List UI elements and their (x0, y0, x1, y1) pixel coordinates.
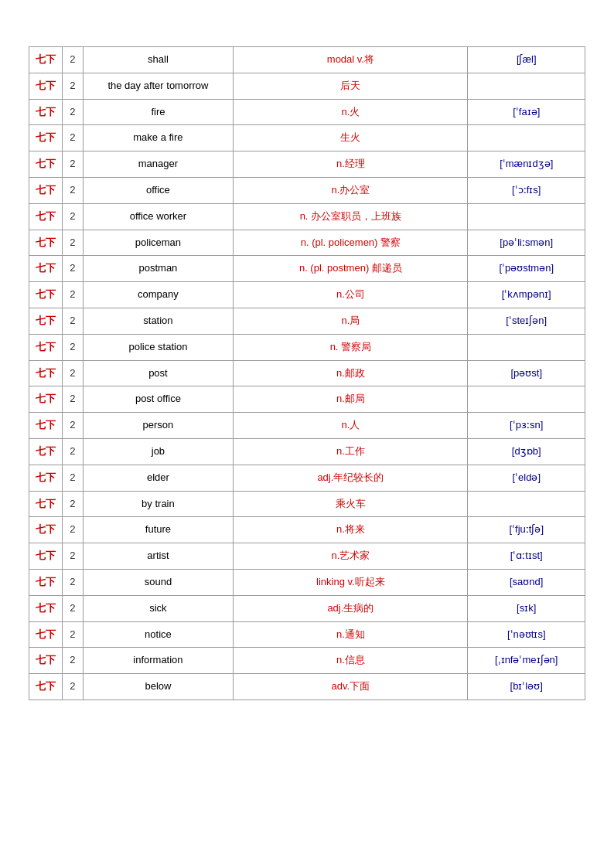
table-row: 七下2post officen.邮局 (29, 386, 585, 413)
table-row: 七下2companyn.公司[ˈkʌmpənɪ] (29, 282, 585, 308)
pronunciation-cell: [ˈpɜːsn] (468, 413, 585, 439)
table-row: 七下2shallmodal v.将[ʃæl] (29, 47, 585, 73)
table-row: 七下2postn.邮政[pəʊst] (29, 360, 585, 386)
table-row: 七下2managern.经理[ˈmænɪdʒə] (29, 151, 585, 178)
table-row: 七下2informationn.信息[ˌɪnfəˈmeɪʃən] (29, 648, 585, 674)
number-cell: 2 (63, 282, 83, 308)
definition-cell: n.通知 (234, 621, 468, 648)
grade-cell: 七下 (29, 47, 63, 73)
definition-cell: n.办公室 (234, 177, 468, 203)
pronunciation-cell: [sɪk] (468, 595, 585, 621)
word-cell: future (83, 517, 234, 543)
definition-cell: 乘火车 (234, 491, 468, 517)
table-row: 七下2artistn.艺术家[ˈɑːtɪst] (29, 543, 585, 570)
table-row: 七下2futuren.将来[ˈfjuːtʃə] (29, 517, 585, 543)
pronunciation-cell: [saʊnd] (468, 569, 585, 595)
definition-cell: n. 警察局 (234, 334, 468, 360)
grade-cell: 七下 (29, 151, 63, 178)
grade-cell: 七下 (29, 386, 63, 413)
grade-cell: 七下 (29, 334, 63, 360)
pronunciation-cell: [ˈpəʊstmən] (468, 256, 585, 282)
definition-cell: n. (pl. postmen) 邮递员 (234, 256, 468, 282)
table-row: 七下2noticen.通知[ˈnəʊtɪs] (29, 621, 585, 648)
word-cell: office (83, 177, 234, 203)
definition-cell: n.人 (234, 413, 468, 439)
word-cell: police station (83, 334, 234, 360)
number-cell: 2 (63, 203, 83, 230)
number-cell: 2 (63, 413, 83, 439)
grade-cell: 七下 (29, 674, 63, 700)
number-cell: 2 (63, 47, 83, 73)
pronunciation-cell: [pəˈliːsmən] (468, 230, 585, 256)
table-row: 七下2the day after tomorrow后天 (29, 73, 585, 99)
pronunciation-cell (468, 334, 585, 360)
word-cell: manager (83, 151, 234, 178)
number-cell: 2 (63, 491, 83, 517)
grade-cell: 七下 (29, 413, 63, 439)
definition-cell: n.火 (234, 99, 468, 125)
pronunciation-cell (468, 491, 585, 517)
number-cell: 2 (63, 674, 83, 700)
definition-cell: n.公司 (234, 282, 468, 308)
grade-cell: 七下 (29, 177, 63, 203)
number-cell: 2 (63, 99, 83, 125)
pronunciation-cell (468, 125, 585, 151)
number-cell: 2 (63, 125, 83, 151)
definition-cell: adj.年纪较长的 (234, 465, 468, 491)
grade-cell: 七下 (29, 465, 63, 491)
definition-cell: n.工作 (234, 438, 468, 465)
number-cell: 2 (63, 517, 83, 543)
grade-cell: 七下 (29, 203, 63, 230)
word-cell: information (83, 648, 234, 674)
number-cell: 2 (63, 465, 83, 491)
definition-cell: n.经理 (234, 151, 468, 178)
definition-cell: n.邮政 (234, 360, 468, 386)
word-cell: sick (83, 595, 234, 621)
grade-cell: 七下 (29, 543, 63, 570)
vocabulary-table: 七下2shallmodal v.将[ʃæl]七下2the day after t… (29, 46, 585, 700)
pronunciation-cell: [ˈeldə] (468, 465, 585, 491)
word-cell: notice (83, 621, 234, 648)
pronunciation-cell: [pəʊst] (468, 360, 585, 386)
word-cell: office worker (83, 203, 234, 230)
grade-cell: 七下 (29, 125, 63, 151)
definition-cell: n. (pl. policemen) 警察 (234, 230, 468, 256)
table-row: 七下2postmann. (pl. postmen) 邮递员[ˈpəʊstmən… (29, 256, 585, 282)
definition-cell: 后天 (234, 73, 468, 99)
word-cell: by train (83, 491, 234, 517)
word-cell: fire (83, 99, 234, 125)
number-cell: 2 (63, 177, 83, 203)
number-cell: 2 (63, 386, 83, 413)
word-cell: artist (83, 543, 234, 570)
word-cell: post (83, 360, 234, 386)
grade-cell: 七下 (29, 308, 63, 334)
pronunciation-cell (468, 203, 585, 230)
table-row: 七下2belowadv.下面[bɪˈləʊ] (29, 674, 585, 700)
pronunciation-cell: [ˈkʌmpənɪ] (468, 282, 585, 308)
grade-cell: 七下 (29, 621, 63, 648)
pronunciation-cell: [ˈsteɪʃən] (468, 308, 585, 334)
grade-cell: 七下 (29, 491, 63, 517)
table-row: 七下2stationn.局[ˈsteɪʃən] (29, 308, 585, 334)
table-row: 七下2police stationn. 警察局 (29, 334, 585, 360)
grade-cell: 七下 (29, 595, 63, 621)
grade-cell: 七下 (29, 99, 63, 125)
number-cell: 2 (63, 256, 83, 282)
definition-cell: modal v.将 (234, 47, 468, 73)
number-cell: 2 (63, 308, 83, 334)
pronunciation-cell: [ˈnəʊtɪs] (468, 621, 585, 648)
number-cell: 2 (63, 543, 83, 570)
pronunciation-cell: [dʒɒb] (468, 438, 585, 465)
table-row: 七下2by train乘火车 (29, 491, 585, 517)
definition-cell: n.信息 (234, 648, 468, 674)
definition-cell: adj.生病的 (234, 595, 468, 621)
pronunciation-cell (468, 386, 585, 413)
word-cell: shall (83, 47, 234, 73)
grade-cell: 七下 (29, 648, 63, 674)
grade-cell: 七下 (29, 438, 63, 465)
pronunciation-cell (468, 73, 585, 99)
pronunciation-cell: [ˈfaɪə] (468, 99, 585, 125)
word-cell: station (83, 308, 234, 334)
table-row: 七下2officen.办公室[ˈɔːfɪs] (29, 177, 585, 203)
word-cell: sound (83, 569, 234, 595)
